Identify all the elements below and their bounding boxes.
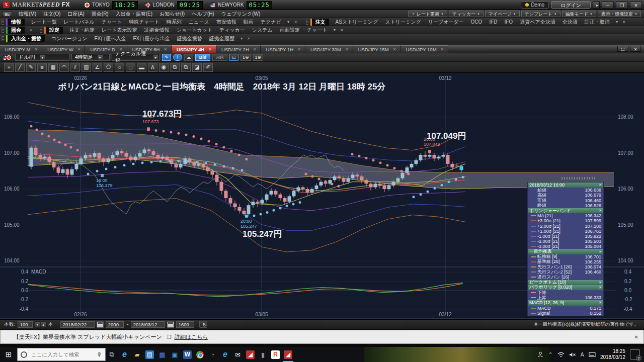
chart-tab[interactable]: USD/JPY W✕	[42, 45, 85, 53]
to-date-input[interactable]: 2018/03/12	[131, 321, 165, 328]
angle-tool[interactable]: ∠	[93, 63, 102, 72]
chart-tab[interactable]: USD/JPY 30M✕	[305, 45, 353, 53]
zoom-in-button[interactable]: 1⊕	[253, 54, 264, 61]
maximize-panel-button[interactable]: ⛶	[617, 46, 628, 52]
toolbar-item[interactable]: 証拠金情報	[140, 27, 173, 34]
fill-rect-tool[interactable]: ▦	[48, 63, 58, 72]
drag-grip-icon[interactable]	[40, 27, 42, 33]
volume-muted-icon[interactable]	[569, 352, 576, 357]
chart-area[interactable]: 108.00108.00107.00107.00106.00106.00105.…	[0, 73, 644, 319]
tab-close-icon[interactable]: ✕	[77, 47, 81, 52]
toolbar-item[interactable]: 全決済	[559, 19, 581, 26]
to-time-input[interactable]: 1600	[176, 321, 194, 328]
toolbar-item[interactable]: ショートカット	[173, 27, 215, 34]
fan-tool[interactable]: ⫽	[70, 63, 80, 72]
from-date-calendar-icon[interactable]	[97, 321, 104, 328]
ie-icon[interactable]: e	[118, 347, 131, 362]
tab-close-icon[interactable]: ✕	[393, 47, 396, 52]
eraser-tool[interactable]: ◪	[192, 63, 202, 72]
app-dark-icon[interactable]: ▮	[257, 347, 269, 362]
toolbar-close-icon[interactable]: ✕	[338, 28, 345, 32]
overflow-chevron-icon[interactable]: »	[28, 28, 34, 33]
toolbar-item[interactable]: OCO	[467, 19, 486, 25]
toolbar-item[interactable]: 動画	[240, 19, 257, 26]
marketspeed-fx-icon[interactable]: ◢	[282, 347, 294, 362]
notice-close-icon[interactable]: ✕	[634, 334, 638, 340]
hbar-tool[interactable]: ▬	[137, 63, 146, 72]
toolbar-item[interactable]: チャート	[98, 19, 126, 26]
zoom-out-button[interactable]: 1⊖	[240, 54, 251, 61]
toolbar-item[interactable]: ストリーミング	[381, 19, 424, 26]
bars-count-input[interactable]: 100	[18, 321, 33, 328]
menubar-button[interactable]: ⚡レート更新▼	[408, 11, 447, 17]
tab-close-icon[interactable]: ✕	[208, 47, 212, 52]
toolbar-item[interactable]: 特殊チャート	[125, 19, 163, 26]
action-center-icon[interactable]: 2	[630, 349, 640, 359]
toolbar-item[interactable]: レートパネル	[60, 19, 98, 26]
taskbar-search[interactable]: 🎙︎	[17, 348, 106, 361]
toolbar-item[interactable]: リーブオーダー	[425, 19, 467, 26]
menubar-button[interactable]: テンプレート▼	[521, 11, 560, 17]
toolbar-item[interactable]: レート一覧	[28, 19, 60, 26]
toolbar-item[interactable]: ティッカー	[216, 27, 249, 34]
panel-drag-handle[interactable]	[561, 177, 596, 179]
explorer-icon[interactable]: ▰	[131, 347, 143, 362]
pair-select[interactable]: ドル/円▼	[15, 54, 69, 61]
touch-keyboard-icon[interactable]	[589, 352, 596, 357]
to-date-calendar-icon[interactable]	[167, 321, 174, 328]
toolbar-item[interactable]: 画面設定	[276, 27, 303, 34]
taskbar-clock[interactable]: 18:25 2018/03/12	[600, 348, 625, 360]
toolbar-item[interactable]: FX口座へ入金	[91, 35, 129, 42]
people-icon[interactable]	[537, 351, 543, 357]
chart-style-button[interactable]: 📈︎	[229, 54, 238, 61]
toolbar-item[interactable]: 時系列	[163, 19, 185, 26]
section-close-icon[interactable]: ✕	[599, 281, 602, 285]
chrome-icon[interactable]	[194, 347, 206, 362]
microphone-icon[interactable]: 🎙︎	[97, 351, 102, 357]
toolbar-item[interactable]: チャート	[303, 27, 331, 34]
toolbar-item[interactable]: ニュース	[185, 19, 213, 26]
show-hidden-icons-chevron[interactable]: ⌃	[548, 351, 552, 358]
store-icon[interactable]: ▤	[143, 347, 156, 362]
toolbar-item[interactable]: レート表示設定	[98, 27, 140, 34]
stamp-tool[interactable]: ◉	[159, 63, 169, 72]
text-tool[interactable]: A	[148, 63, 157, 72]
rakuten-icon[interactable]: R	[269, 347, 282, 362]
minimize-button[interactable]: ─	[602, 2, 614, 9]
tab-close-icon[interactable]: ✕	[297, 47, 301, 52]
menubar-button[interactable]: 表示・環境設定▼	[598, 11, 641, 17]
tiles-icon[interactable]: ▦	[156, 347, 169, 362]
technical-select[interactable]: テクニカル選択▼	[112, 54, 160, 61]
menubar-button[interactable]: 編集モード▼	[562, 11, 596, 17]
toolbar-item[interactable]: コンバージョン	[48, 35, 91, 42]
ime-mode-icon[interactable]: A	[581, 351, 584, 357]
menu-item[interactable]: お知らせ(I)	[156, 11, 188, 18]
toolbar-item[interactable]: テクナビ	[257, 19, 285, 26]
chart-tab[interactable]: USD/JPY 15M✕	[353, 45, 401, 53]
titlebar-expand-button[interactable]: ▸	[593, 2, 600, 9]
toolbar-close-icon[interactable]: ✕	[246, 37, 253, 41]
restore-button[interactable]: ❐	[616, 2, 628, 9]
menubar-button[interactable]: ティッカー▼	[449, 11, 484, 17]
toolbar-more-icon[interactable]: ▼	[613, 20, 621, 24]
menu-item[interactable]: 入出金・振替(E)	[112, 11, 156, 18]
tab-close-icon[interactable]: ✕	[253, 47, 257, 52]
start-button[interactable]: ⊞	[0, 347, 17, 362]
rect-tool[interactable]: □	[126, 63, 135, 72]
from-time-input[interactable]: 2000	[106, 321, 124, 328]
toolbar-item[interactable]: 通貨ペア全決済	[516, 19, 558, 26]
toolbar-item[interactable]: 訂正・取消	[581, 19, 613, 26]
toolbar-item[interactable]: システム	[249, 27, 276, 34]
chart-tab[interactable]: USD/JPY 4H✕	[172, 45, 216, 53]
toolbar-item[interactable]: ASストリーミング	[332, 19, 382, 26]
timeframe-select[interactable]: 4時間足▼	[71, 54, 110, 61]
crosshair-tool[interactable]: ＋	[4, 63, 14, 72]
ask-toggle-button[interactable]: Ask	[212, 54, 227, 61]
photos-icon[interactable]: ▣	[169, 347, 181, 362]
toolbar-more-icon[interactable]: ▼	[238, 37, 246, 40]
section-close-icon[interactable]: ✕	[599, 301, 602, 305]
hlines-tool[interactable]: ≡	[37, 63, 47, 72]
pencil-tool[interactable]: ✎	[26, 63, 36, 72]
tab-close-icon[interactable]: ✕	[35, 47, 38, 52]
section-close-icon[interactable]: ✕	[599, 250, 602, 254]
